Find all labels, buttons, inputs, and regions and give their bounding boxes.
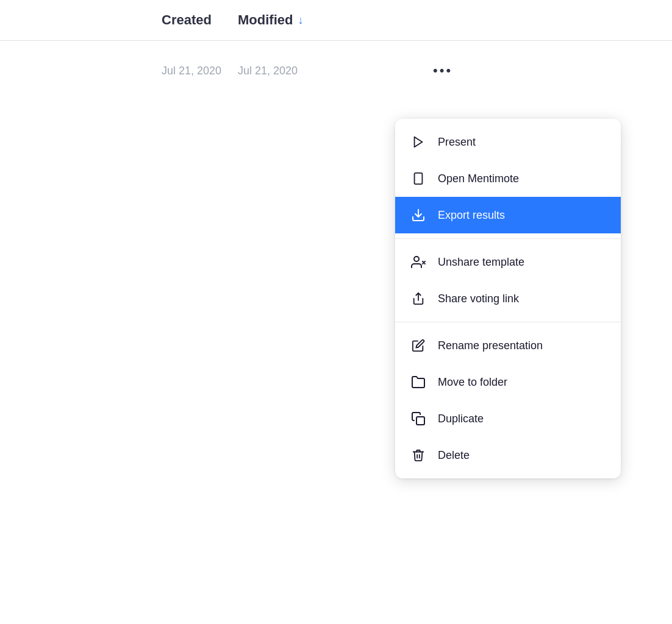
svg-rect-5 [416, 417, 424, 425]
mobile-icon [410, 170, 427, 187]
folder-icon [410, 374, 427, 391]
menu-item-export-results[interactable]: Export results [395, 197, 621, 233]
context-menu: Present Open Mentimote Export results [395, 119, 621, 478]
svg-point-3 [414, 257, 419, 261]
menu-section-1: Present Open Mentimote Export results [395, 119, 621, 238]
modified-date: Jul 21, 2020 [238, 65, 298, 77]
menu-item-unshare-template[interactable]: Unshare template [395, 244, 621, 280]
duplicate-label: Duplicate [438, 413, 484, 425]
download-icon [410, 207, 427, 224]
more-options-button[interactable]: ••• [427, 59, 459, 82]
menu-section-3: Rename presentation Move to folder Dupli… [395, 322, 621, 478]
duplicate-icon [410, 410, 427, 427]
open-mentimote-label: Open Mentimote [438, 172, 519, 185]
unshare-template-label: Unshare template [438, 256, 524, 269]
unshare-icon [410, 254, 427, 271]
modified-column-header[interactable]: Modified ↓ [238, 12, 303, 28]
menu-item-open-mentimote[interactable]: Open Mentimote [395, 160, 621, 197]
sort-arrow-icon: ↓ [298, 14, 303, 27]
export-results-label: Export results [438, 209, 505, 222]
menu-item-present[interactable]: Present [395, 124, 621, 160]
delete-label: Delete [438, 449, 470, 462]
modified-date-cell: Jul 21, 2020 [238, 65, 421, 77]
menu-item-share-voting-link[interactable]: Share voting link [395, 280, 621, 317]
svg-rect-1 [415, 173, 423, 184]
created-date-cell: Jul 21, 2020 [0, 65, 238, 77]
rename-presentation-label: Rename presentation [438, 339, 543, 352]
svg-marker-0 [415, 137, 423, 147]
created-date: Jul 21, 2020 [162, 65, 221, 77]
menu-section-2: Unshare template Share voting link [395, 238, 621, 322]
table-row: Jul 21, 2020 Jul 21, 2020 ••• [0, 41, 672, 101]
menu-item-duplicate[interactable]: Duplicate [395, 400, 621, 437]
edit-icon [410, 337, 427, 354]
trash-icon [410, 447, 427, 464]
created-column-header[interactable]: Created [0, 12, 238, 28]
menu-item-move-to-folder[interactable]: Move to folder [395, 364, 621, 400]
table-header: Created Modified ↓ [0, 0, 672, 41]
play-icon [410, 133, 427, 151]
share-icon [410, 290, 427, 307]
created-label: Created [162, 12, 212, 27]
modified-label: Modified [238, 12, 293, 28]
share-voting-link-label: Share voting link [438, 292, 519, 305]
menu-item-delete[interactable]: Delete [395, 437, 621, 473]
menu-item-rename-presentation[interactable]: Rename presentation [395, 327, 621, 364]
actions-cell: ••• [427, 59, 459, 82]
move-to-folder-label: Move to folder [438, 376, 507, 389]
present-label: Present [438, 136, 476, 149]
